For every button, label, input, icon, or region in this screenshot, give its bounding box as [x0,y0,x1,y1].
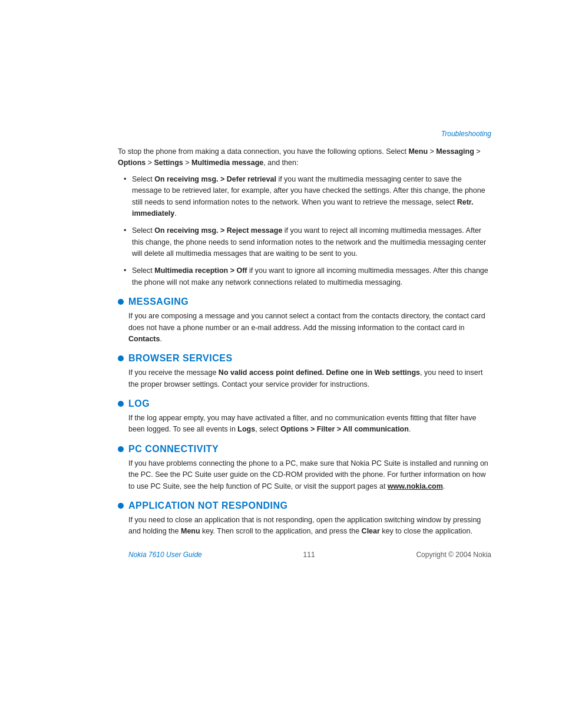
section-dot-icon [118,355,124,361]
list-item: Select Multimedia reception > Off if you… [124,265,491,288]
section-title-app: APPLICATION NOT RESPONDING [128,500,288,511]
page-footer: Nokia 7610 User Guide 111 Copyright © 20… [118,548,491,559]
section-title-pc: PC CONNECTIVITY [128,444,219,454]
section-log: LOG If the log appear empty, you may hav… [118,398,491,436]
section-heading-log: LOG [118,398,491,409]
section-messaging: MESSAGING If you are composing a message… [118,297,491,345]
footer-guide-name: Nokia 7610 User Guide [128,551,202,559]
list-item: Select On receiving msg. > Defer retriev… [124,174,491,220]
section-heading-messaging: MESSAGING [118,297,491,307]
section-dot-icon [118,446,124,452]
section-title-browser: BROWSER SERVICES [128,353,233,364]
intro-paragraph: To stop the phone from making a data con… [118,146,491,169]
list-item: Select On receiving msg. > Reject messag… [124,225,491,259]
section-body-pc: If you have problems connecting the phon… [118,458,491,492]
section-title-log: LOG [128,398,150,409]
section-body-log: If the log appear empty, you may have ac… [118,413,491,436]
section-body-browser: If you receive the message No valid acce… [118,367,491,390]
footer-page-number: 111 [303,551,315,559]
section-title-messaging: MESSAGING [128,297,189,307]
section-pc-connectivity: PC CONNECTIVITY If you have problems con… [118,444,491,492]
section-app-not-responding: APPLICATION NOT RESPONDING If you need t… [118,500,491,538]
content-area: Troubleshooting To stop the phone from m… [0,0,562,594]
section-dot-icon [118,299,124,305]
page: Troubleshooting To stop the phone from m… [0,0,562,728]
footer-copyright: Copyright © 2004 Nokia [416,551,491,559]
section-header: Troubleshooting [118,130,491,138]
section-heading-app: APPLICATION NOT RESPONDING [118,500,491,511]
section-header-text: Troubleshooting [441,130,491,138]
section-heading-pc: PC CONNECTIVITY [118,444,491,454]
intro-bullet-list: Select On receiving msg. > Defer retriev… [118,174,491,288]
section-browser-services: BROWSER SERVICES If you receive the mess… [118,353,491,390]
section-body-app: If you need to close an application that… [118,515,491,538]
section-dot-icon [118,503,124,509]
section-body-messaging: If you are composing a message and you c… [118,311,491,345]
section-heading-browser: BROWSER SERVICES [118,353,491,364]
section-dot-icon [118,401,124,407]
